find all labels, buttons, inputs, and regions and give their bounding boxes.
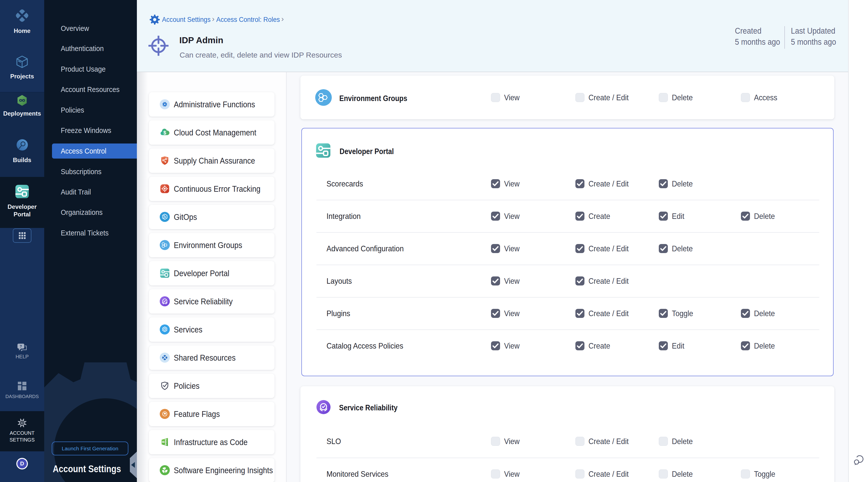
svg-text:$: $ xyxy=(163,130,166,135)
svg-text:?: ? xyxy=(20,344,22,348)
